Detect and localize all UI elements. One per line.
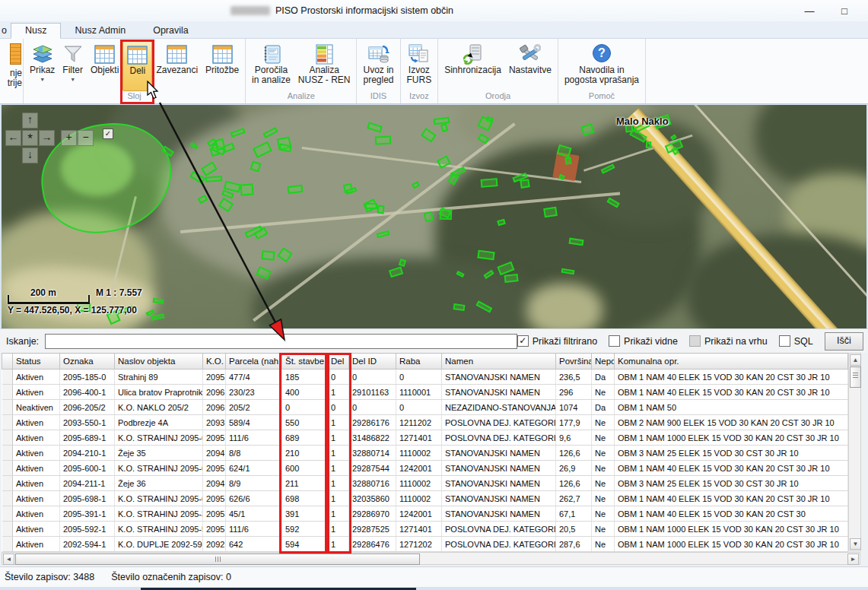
- column-header-komunalna-opr[interactable]: Komunalna opr.: [615, 354, 848, 370]
- zoom-in-button[interactable]: +: [61, 130, 77, 146]
- table-row[interactable]: Aktiven2095-689-1K.O. STRAHINJ 2095-6892…: [2, 430, 848, 446]
- ribbon-button-filter[interactable]: Filter▼: [59, 41, 87, 91]
- horizontal-scroll-thumb[interactable]: [15, 554, 420, 565]
- row-selector[interactable]: [2, 370, 13, 385]
- ribbon-button-sinhronizacija[interactable]: Sinhronizacija: [440, 41, 505, 91]
- table-cell: STANOVANJSKI NAMEN: [442, 476, 556, 491]
- pan-left-button[interactable]: ←: [5, 130, 21, 146]
- column-header-status[interactable]: Status: [13, 354, 60, 370]
- ribbon-button-uvoz-in-pregled[interactable]: Uvoz inpregled: [359, 41, 397, 91]
- table-cell: 287,6: [556, 537, 592, 552]
- table-cell: Ne: [592, 415, 615, 430]
- column-header-t-stavbe[interactable]: Št. stavbe: [282, 354, 328, 370]
- table-row[interactable]: Aktiven2096-400-1Ulica bratov Praprotnik…: [2, 385, 848, 400]
- table-cell: Aktiven: [13, 537, 60, 552]
- checkbox-sql[interactable]: SQL: [779, 335, 813, 347]
- row-selector[interactable]: [2, 430, 13, 446]
- scroll-left-icon[interactable]: ◄: [3, 554, 14, 565]
- column-header-parcela-nah[interactable]: Parcela (nah.): [226, 354, 282, 370]
- ribbon-button-prito-be[interactable]: Pritožbe: [202, 41, 243, 91]
- layers-icon: [32, 43, 53, 65]
- table-row[interactable]: Aktiven2094-211-1Žeje 3620948/9211132880…: [2, 476, 848, 491]
- tab-nusz[interactable]: Nusz: [11, 23, 61, 39]
- table-cell: 550: [282, 415, 328, 430]
- vertical-scroll-thumb[interactable]: [850, 366, 861, 388]
- row-selector[interactable]: [2, 491, 13, 506]
- table-cell: 2096: [203, 385, 226, 400]
- map-checkbox[interactable]: ✓: [103, 128, 113, 139]
- pan-right-button[interactable]: →: [39, 130, 55, 146]
- table-cell: OBM 1 NAM 40 ELEK 15 VOD 30 KAN 20 CST 3…: [615, 370, 848, 385]
- table-row[interactable]: Neaktiven2096-205/2K.O. NAKLO 205/220962…: [2, 400, 848, 415]
- window-title-wrap: PISO Prostorski informacijski sistem obč…: [0, 5, 798, 16]
- column-header-namen[interactable]: Namen: [442, 354, 556, 370]
- checkbox-box[interactable]: [779, 335, 790, 347]
- row-selector[interactable]: [2, 476, 13, 491]
- table-row[interactable]: Aktiven2094-210-1Žeje 3520948/8210132880…: [2, 446, 848, 461]
- ribbon-button-label: Zavezanci: [156, 65, 198, 75]
- table-row[interactable]: Aktiven2095-600-1K.O. STRAHINJ 2095-6002…: [2, 461, 848, 476]
- table-cell: 205/2: [226, 400, 282, 415]
- table-row[interactable]: Aktiven2092-594-1K.O. DUPLJE 2092-594209…: [2, 537, 848, 552]
- row-selector[interactable]: [2, 537, 13, 552]
- ribbon-button-nastavitve[interactable]: Nastavitve: [505, 41, 555, 91]
- column-header-nepo[interactable]: Nepo: [592, 354, 615, 370]
- checkbox-box[interactable]: [689, 335, 701, 347]
- tab-opravila[interactable]: Opravila: [139, 24, 202, 38]
- row-selector[interactable]: [2, 385, 13, 400]
- ribbon-button-deli[interactable]: Deli: [122, 41, 152, 91]
- checkbox-prika-i-filtrirano[interactable]: ✓Prikaži filtrirano: [517, 335, 597, 347]
- table-row[interactable]: Aktiven2093-550-1Podbrezje 4A2093589/455…: [2, 415, 848, 430]
- row-selector[interactable]: [2, 522, 13, 537]
- table-row[interactable]: Aktiven2095-698-1K.O. STRAHINJ 2095-6982…: [2, 491, 848, 506]
- ribbon-button-analiza-nusz-ren[interactable]: AnalizaNUSZ - REN: [294, 41, 355, 91]
- pan-down-button[interactable]: ↓: [22, 148, 38, 163]
- zoom-out-button[interactable]: −: [78, 130, 94, 146]
- column-header-k-o[interactable]: K.O.: [203, 354, 226, 370]
- tab-partial[interactable]: o: [0, 24, 11, 38]
- scroll-right-icon[interactable]: ►: [847, 554, 859, 565]
- row-selector[interactable]: [2, 446, 13, 461]
- checkbox-prika-i-na-vrhu[interactable]: Prikaži na vrhu: [689, 335, 768, 347]
- ribbon-button-navodila-in-pogosta-vpra-anja[interactable]: ?Navodila inpogosta vprašanja: [561, 41, 643, 91]
- window-title: PISO Prostorski informacijski sistem obč…: [275, 5, 453, 16]
- minimize-button[interactable]: —: [798, 3, 821, 18]
- row-selector[interactable]: [2, 461, 13, 476]
- row-selector[interactable]: [2, 400, 13, 415]
- map-view[interactable]: Malo Naklo ↑←*→↓+− ✓ 200 m M 1 : 7.557 Y…: [2, 105, 866, 328]
- scroll-down-icon[interactable]: ▼: [850, 538, 861, 550]
- scroll-up-icon[interactable]: ▲: [850, 354, 861, 366]
- table-cell: 236,5: [556, 370, 592, 385]
- column-header-povr-ina[interactable]: Površina: [556, 354, 592, 370]
- horizontal-scrollbar[interactable]: ◄ ►: [2, 552, 860, 565]
- ribbon-button-izvoz-furs[interactable]: IzvozFURS: [403, 41, 436, 91]
- ribbon-button-objekti[interactable]: Objekti: [87, 41, 122, 91]
- ribbon-button-zavezanci[interactable]: Zavezanci: [152, 41, 202, 91]
- table-row[interactable]: Aktiven2095-185-0Strahinj 892095477/4185…: [2, 370, 848, 385]
- search-input[interactable]: [45, 334, 517, 349]
- column-header-oznaka[interactable]: Oznaka: [60, 354, 115, 370]
- row-selector[interactable]: [2, 415, 13, 430]
- checkbox-prika-i-vidne[interactable]: Prikaži vidne: [609, 335, 678, 347]
- table-row[interactable]: Aktiven2095-391-1K.O. STRAHINJ 2095-3912…: [2, 506, 848, 522]
- tab-nusz-admin[interactable]: Nusz Admin: [61, 24, 139, 38]
- column-header-raba[interactable]: Raba: [396, 354, 442, 370]
- checkbox-box[interactable]: ✓: [517, 335, 529, 347]
- highlighted-area-fill: [61, 141, 133, 196]
- pan-center-button[interactable]: *: [22, 130, 38, 146]
- ribbon-clipped-button[interactable]: njetrije: [0, 39, 24, 103]
- search-button[interactable]: Išči: [825, 332, 863, 351]
- ribbon-button-prikaz[interactable]: Prikaz▼: [26, 41, 59, 91]
- maximize-button[interactable]: □: [833, 3, 856, 18]
- table-row[interactable]: Aktiven2095-592-1K.O. STRAHINJ 2095-5922…: [2, 522, 848, 537]
- table-cell: STANOVANJSKI NAMEN: [442, 385, 556, 400]
- checkbox-box[interactable]: [609, 335, 620, 347]
- column-header-del-id[interactable]: Del ID: [349, 354, 396, 370]
- column-header-naslov-objekta[interactable]: Naslov objekta: [115, 354, 203, 370]
- row-selector[interactable]: [2, 506, 13, 522]
- ribbon-button-poro-ila-in-analize[interactable]: Poročilain analize: [248, 41, 294, 91]
- pan-up-button[interactable]: ↑: [22, 113, 38, 128]
- column-header-del[interactable]: Del: [328, 354, 349, 370]
- table-cell: 0: [349, 400, 396, 415]
- vertical-scrollbar[interactable]: ▲ ▼: [848, 353, 861, 551]
